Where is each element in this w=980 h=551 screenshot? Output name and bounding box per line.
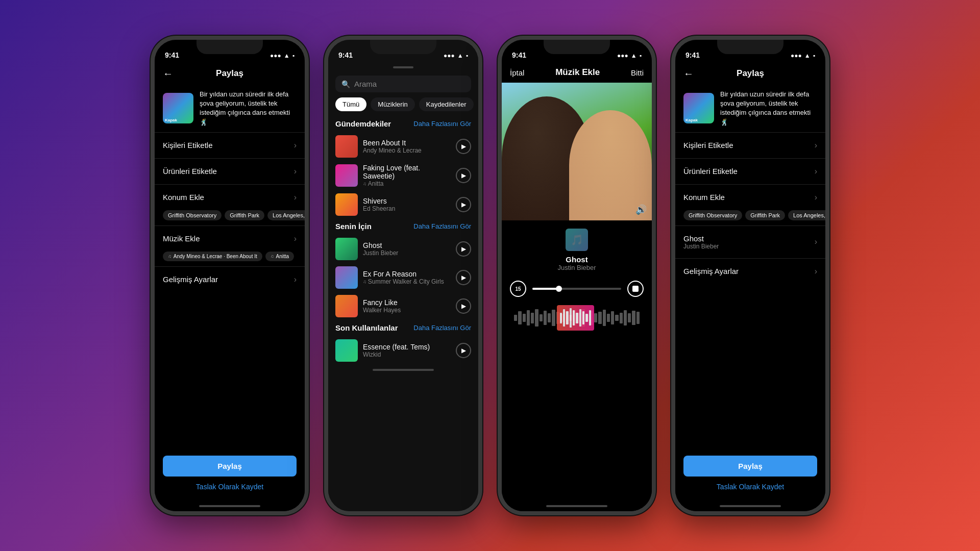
music-artist-been: Andy Mineo & Lecrae bbox=[363, 147, 451, 154]
stop-button-3[interactable] bbox=[627, 281, 644, 297]
home-indicator-2 bbox=[328, 365, 478, 375]
status-time-1: 9:41 bbox=[165, 51, 179, 59]
draft-button-4[interactable]: Taslak Olarak Kaydet bbox=[675, 483, 825, 501]
song-name-3: Ghost bbox=[566, 255, 587, 264]
music-item-faking[interactable]: Faking Love (feat. Saweetie) ♫ Anitta ▶ bbox=[328, 161, 478, 190]
music-row-1[interactable]: Müzik Ekle › bbox=[155, 226, 305, 252]
phone-1-screen: 9:41 ●●● ▲ ▪ ← Paylaş Kapak Bir yıldan u… bbox=[155, 40, 305, 511]
spacer-3 bbox=[502, 335, 652, 501]
advanced-arrow-1: › bbox=[294, 275, 297, 284]
music-note-icon-2: ♫ bbox=[271, 254, 274, 259]
music-item-shivers[interactable]: Shivers Ed Sheeran ▶ bbox=[328, 190, 478, 219]
battery-icon-2: ▪ bbox=[466, 52, 468, 59]
tag-park-4[interactable]: Griffith Park bbox=[745, 210, 785, 220]
location-row-4[interactable]: Konum Ekle › bbox=[675, 185, 825, 210]
phone-2: 9:41 ●●● ▲ ▪ 🔍 Arama Tümü Müziklerin Kay… bbox=[324, 36, 482, 515]
status-icons-1: ●●● ▲ ▪ bbox=[270, 52, 295, 59]
share-title-4: Paylaş bbox=[737, 68, 764, 79]
cancel-button-3[interactable]: İptal bbox=[510, 68, 524, 77]
filter-saved-2[interactable]: Kaydedilenler bbox=[419, 97, 474, 111]
waveform-3[interactable] bbox=[510, 305, 644, 331]
foryou-title-2: Senin İçin bbox=[335, 222, 372, 231]
share-header-1: ← Paylaş bbox=[155, 62, 305, 85]
music-tag-2: ♫ Anitta bbox=[265, 252, 294, 261]
music-item-fancy[interactable]: Fancy Like Walker Hayes ▶ bbox=[328, 292, 478, 320]
music-add-title-3: Müzik Ekle bbox=[555, 67, 600, 78]
music-label-1: Müzik Ekle bbox=[163, 234, 200, 243]
battery-icon-1: ▪ bbox=[292, 52, 295, 59]
share-title-1: Paylaş bbox=[216, 68, 243, 79]
tag-people-row-4[interactable]: Kişileri Etiketle › bbox=[675, 133, 825, 158]
post-image-4: Kapak bbox=[683, 93, 714, 123]
music-title-ex: Ex For A Reason bbox=[363, 270, 451, 278]
volume-icon-3[interactable]: 🔊 bbox=[635, 204, 647, 215]
filter-all-2[interactable]: Tümü bbox=[335, 97, 366, 111]
location-row-1[interactable]: Konum Ekle › bbox=[155, 185, 305, 210]
thumb-faking bbox=[335, 164, 358, 187]
draft-button-1[interactable]: Taslak Olarak Kaydet bbox=[155, 483, 305, 501]
share-button-1[interactable]: Paylaş bbox=[163, 456, 297, 477]
location-tags-4: Griffith Observatory Griffith Park Los A… bbox=[675, 210, 825, 226]
home-bar-1 bbox=[199, 505, 260, 507]
advanced-row-4[interactable]: Gelişmiş Ayarlar › bbox=[675, 259, 825, 284]
recent-more-2[interactable]: Daha Fazlasını Gör bbox=[413, 324, 471, 332]
back-button-4[interactable]: ← bbox=[683, 68, 694, 80]
phone-4-screen: 9:41 ●●● ▲ ▪ ← Paylaş Kapak Bir yıldan u… bbox=[675, 40, 825, 511]
music-tag-text-1: Andy Mineo & Lecrae · Been About It bbox=[174, 254, 257, 259]
skip-button-3[interactable]: 15 bbox=[510, 281, 526, 297]
tag-people-row-1[interactable]: Kişileri Etiketle › bbox=[155, 133, 305, 158]
play-fancy[interactable]: ▶ bbox=[456, 298, 471, 314]
play-faking[interactable]: ▶ bbox=[456, 168, 471, 183]
status-time-2: 9:41 bbox=[338, 51, 353, 59]
trending-more-2[interactable]: Daha Fazlasını Gör bbox=[413, 120, 471, 128]
done-button-3[interactable]: Bitti bbox=[631, 68, 644, 77]
music-item-essence[interactable]: Essence (feat. Tems) Wizkid ▶ bbox=[328, 336, 478, 365]
waveform-highlight-3 bbox=[557, 305, 594, 331]
tag-products-label-4: Ürünleri Etiketle bbox=[683, 167, 738, 176]
play-shivers[interactable]: ▶ bbox=[456, 197, 471, 212]
music-item-been[interactable]: Been About It Andy Mineo & Lecrae ▶ bbox=[328, 132, 478, 161]
thumb-ex bbox=[335, 266, 358, 289]
foryou-more-2[interactable]: Daha Fazlasını Gör bbox=[413, 222, 471, 230]
video-preview-3: 🔊 bbox=[502, 83, 652, 220]
filter-tabs-2: Tümü Müziklerin Kaydedilenler bbox=[328, 97, 478, 116]
music-title-fancy: Fancy Like bbox=[363, 298, 451, 307]
phone-4-notch bbox=[717, 40, 783, 54]
music-item-ghost[interactable]: Ghost Justin Bieber ▶ bbox=[328, 235, 478, 263]
tag-products-row-1[interactable]: Ürünleri Etiketle › bbox=[155, 159, 305, 184]
play-essence[interactable]: ▶ bbox=[456, 343, 471, 358]
tag-park-1[interactable]: Griffith Park bbox=[225, 210, 264, 220]
search-bar-2[interactable]: 🔍 Arama bbox=[335, 76, 471, 92]
back-button-1[interactable]: ← bbox=[163, 68, 173, 80]
post-caption-1: Bir yıldan uzun süredir ilk defa şova ge… bbox=[200, 90, 297, 127]
filter-music-2[interactable]: Müziklerin bbox=[371, 97, 415, 111]
tag-products-row-4[interactable]: Ürünleri Etiketle › bbox=[675, 159, 825, 184]
post-preview-1: Kapak Bir yıldan uzun süredir ilk defa ş… bbox=[155, 85, 305, 132]
search-input-2[interactable]: Arama bbox=[354, 80, 377, 88]
music-artist-fancy: Walker Hayes bbox=[363, 307, 451, 314]
play-been[interactable]: ▶ bbox=[456, 139, 471, 154]
progress-bar-3[interactable] bbox=[532, 288, 621, 290]
play-ex[interactable]: ▶ bbox=[456, 270, 471, 285]
tag-products-label-1: Ürünleri Etiketle bbox=[163, 167, 217, 176]
progress-dot-3 bbox=[556, 286, 562, 292]
play-ghost[interactable]: ▶ bbox=[456, 241, 471, 257]
music-title-faking: Faking Love (feat. Saweetie) bbox=[363, 164, 451, 180]
status-icons-3: ●●● ▲ ▪ bbox=[617, 52, 642, 59]
trending-header-2: Gündemdekiler Daha Fazlasını Gör bbox=[328, 116, 478, 132]
tag-city-4[interactable]: Los Angeles, bbox=[788, 210, 825, 220]
advanced-row-1[interactable]: Gelişmiş Ayarlar › bbox=[155, 267, 305, 292]
tag-observatory-4[interactable]: Griffith Observatory bbox=[683, 210, 742, 220]
share-button-4[interactable]: Paylaş bbox=[683, 456, 817, 477]
music-title-been: Been About It bbox=[363, 139, 451, 147]
music-add-screen-3: İptal Müzik Ekle Bitti 🔊 🎵 Ghost Justin … bbox=[502, 62, 652, 511]
status-icons-4: ●●● ▲ ▪ bbox=[791, 52, 815, 59]
ghost-music-row-4[interactable]: GhostJustin Bieber › bbox=[675, 226, 825, 258]
music-item-ex[interactable]: Ex For A Reason ♫ Summer Walker & City G… bbox=[328, 263, 478, 292]
music-title-shivers: Shivers bbox=[363, 197, 451, 205]
tag-observatory-1[interactable]: Griffith Observatory bbox=[163, 210, 222, 220]
home-bar-2 bbox=[373, 369, 434, 371]
tag-city-1[interactable]: Los Angeles, bbox=[267, 210, 305, 220]
phone-1-notch bbox=[197, 40, 263, 54]
phone-3-screen: 9:41 ●●● ▲ ▪ İptal Müzik Ekle Bitti 🔊 bbox=[502, 40, 652, 511]
